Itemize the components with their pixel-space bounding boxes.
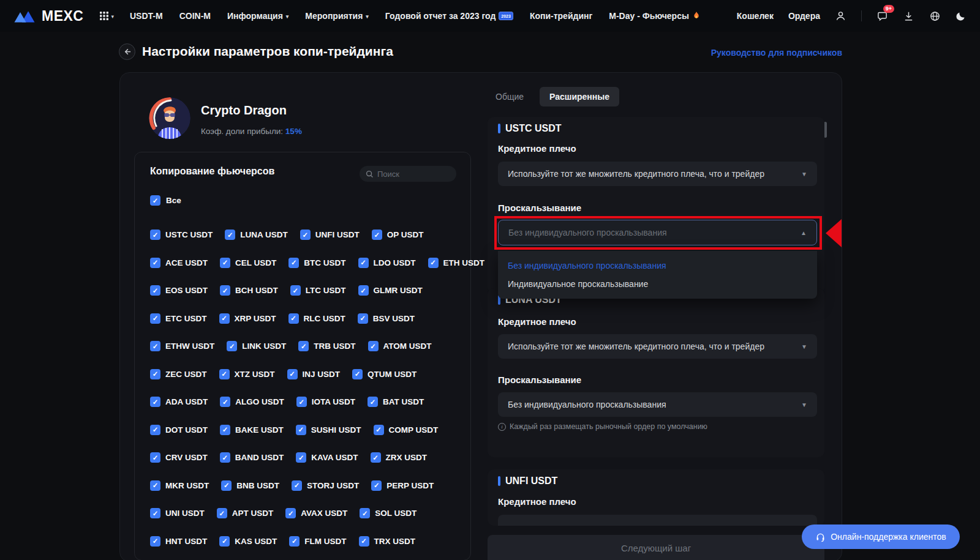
checkbox-checked-icon[interactable]: ✓ [220,452,230,463]
checkbox-checked-icon[interactable]: ✓ [296,425,306,435]
dropdown-option[interactable]: Без индивидуального проскальзывания [508,261,807,271]
checkbox-checked-icon[interactable]: ✓ [374,425,384,435]
pair-checkbox-item[interactable]: ✓AVAX USDT [285,508,347,518]
checkbox-checked-icon[interactable]: ✓ [150,425,160,435]
search-box[interactable] [360,166,456,182]
pair-checkbox-item[interactable]: ✓CRV USDT [150,452,208,463]
subscriber-guide-link[interactable]: Руководство для подписчиков [711,48,842,58]
checkbox-checked-icon[interactable]: ✓ [150,230,160,240]
pair-checkbox-item[interactable]: ✓STORJ USDT [292,480,359,491]
leverage-select[interactable]: Используйте тот же множитель кредитного … [498,334,817,359]
pair-checkbox-item[interactable]: ✓BAND USDT [220,452,284,463]
pair-checkbox-item[interactable]: ✓CEL USDT [220,258,276,268]
checkbox-checked-icon[interactable]: ✓ [150,508,160,518]
checkbox-checked-icon[interactable]: ✓ [150,480,160,491]
pair-checkbox-item[interactable]: ✓KAVA USDT [296,452,358,463]
pair-checkbox-item[interactable]: ✓LDO USDT [358,258,416,268]
checkbox-checked-icon[interactable]: ✓ [300,230,311,240]
pair-checkbox-item[interactable]: ✓TRB USDT [298,341,355,351]
checkbox-checked-icon[interactable]: ✓ [296,397,307,407]
messages-icon[interactable]: 9+ [876,10,888,22]
nav-item-mday-futures[interactable]: M-Day - Фьючерсы [609,11,701,21]
pair-checkbox-item[interactable]: ✓PERP USDT [371,480,434,491]
pair-checkbox-item[interactable]: ✓FLM USDT [289,536,346,547]
checkbox-checked-icon[interactable]: ✓ [358,258,369,268]
checkbox-checked-icon[interactable]: ✓ [288,313,299,324]
tab-advanced[interactable]: Расширенные [540,87,619,106]
nav-item-events[interactable]: Мероприятия▾ [305,11,369,21]
checkbox-checked-icon[interactable]: ✓ [150,397,160,407]
apps-grid-icon[interactable]: ▾ [99,11,114,21]
checkbox-checked-icon[interactable]: ✓ [287,369,298,379]
pair-checkbox-item[interactable]: ✓BNB USDT [221,480,279,491]
checkbox-checked-icon[interactable]: ✓ [290,285,301,296]
pair-checkbox-item[interactable]: ✓BTC USDT [288,258,345,268]
pair-checkbox-item[interactable]: ✓ACE USDT [150,258,208,268]
tab-general[interactable]: Общие [496,92,524,102]
pair-checkbox-item[interactable]: ✓BAKE USDT [220,425,284,435]
language-globe-icon[interactable] [929,10,941,22]
pair-checkbox-item[interactable]: ✓BCH USDT [220,285,278,296]
checkbox-checked-icon[interactable]: ✓ [358,285,369,296]
pair-checkbox-item[interactable]: ✓ALGO USDT [220,397,284,407]
pair-checkbox-item[interactable]: ✓ZRX USDT [371,452,428,463]
select-all-checkbox[interactable]: ✓ Все [150,195,181,206]
checkbox-checked-icon[interactable]: ✓ [227,341,237,351]
checkbox-checked-icon[interactable]: ✓ [358,313,368,324]
nav-item-information[interactable]: Информация▾ [227,11,288,21]
checkbox-checked-icon[interactable]: ✓ [220,425,230,435]
pair-checkbox-item[interactable]: ✓TRX USDT [359,536,416,547]
mexc-logo[interactable]: MEXC [12,7,83,24]
pair-checkbox-item[interactable]: ✓IOTA USDT [296,397,355,407]
checkbox-checked-icon[interactable]: ✓ [150,369,160,379]
slippage-select[interactable]: Без индивидуального проскальзывания ▼ [498,392,817,417]
checkbox-checked-icon[interactable]: ✓ [359,536,369,547]
dark-mode-moon-icon[interactable] [956,10,967,21]
checkbox-checked-icon[interactable]: ✓ [371,452,381,463]
checkbox-checked-icon[interactable]: ✓ [289,536,300,547]
pair-checkbox-item[interactable]: ✓RLC USDT [288,313,345,324]
checkbox-checked-icon[interactable]: ✓ [150,341,160,351]
nav-item-annual-report[interactable]: Годовой отчет за 2023 год2023 [385,11,513,21]
pair-checkbox-item[interactable]: ✓USTC USDT [150,230,213,240]
pair-checkbox-item[interactable]: ✓XTZ USDT [219,369,275,379]
pair-checkbox-item[interactable]: ✓COMP USDT [374,425,439,435]
search-input[interactable] [377,170,445,179]
checkbox-checked-icon[interactable]: ✓ [220,397,230,407]
back-button[interactable] [119,43,135,60]
checkbox-checked-icon[interactable]: ✓ [150,536,160,547]
checkbox-checked-icon[interactable]: ✓ [292,480,302,491]
download-app-icon[interactable] [903,10,914,22]
pair-checkbox-item[interactable]: ✓HNT USDT [150,536,207,547]
pair-checkbox-item[interactable]: ✓ETH USDT [428,258,485,268]
nav-item-usdtm[interactable]: USDT-M [130,11,163,21]
checkbox-checked-icon[interactable]: ✓ [220,285,230,296]
checkbox-checked-icon[interactable]: ✓ [368,341,379,351]
checkbox-checked-icon[interactable]: ✓ [225,230,235,240]
pair-checkbox-item[interactable]: ✓UNFI USDT [300,230,360,240]
checkbox-checked-icon[interactable]: ✓ [221,480,232,491]
nav-item-copy-trading[interactable]: Копи-трейдинг [530,11,592,21]
pair-checkbox-item[interactable]: ✓ATOM USDT [368,341,432,351]
leverage-select[interactable]: Используйте тот же множитель кредитного … [498,162,817,186]
pair-checkbox-item[interactable]: ✓EOS USDT [150,285,208,296]
checkbox-checked-icon[interactable]: ✓ [150,313,160,324]
pair-checkbox-item[interactable]: ✓BSV USDT [358,313,415,324]
checkbox-checked-icon[interactable]: ✓ [150,285,160,296]
pair-checkbox-item[interactable]: ✓GLMR USDT [358,285,423,296]
dropdown-option[interactable]: Индивидуальное проскальзывание [508,279,807,289]
checkbox-checked-icon[interactable]: ✓ [217,508,227,518]
pair-checkbox-item[interactable]: ✓DOT USDT [150,425,208,435]
pair-checkbox-item[interactable]: ✓APT USDT [217,508,274,518]
leverage-select[interactable] [498,515,817,526]
checkbox-checked-icon[interactable]: ✓ [219,369,230,379]
checkbox-checked-icon[interactable]: ✓ [150,452,160,463]
checkbox-checked-icon[interactable]: ✓ [360,508,370,518]
pair-checkbox-item[interactable]: ✓SOL USDT [360,508,417,518]
pair-checkbox-item[interactable]: ✓QTUM USDT [352,369,417,379]
checkbox-checked-icon[interactable]: ✓ [150,195,160,206]
checkbox-checked-icon[interactable]: ✓ [428,258,439,268]
checkbox-checked-icon[interactable]: ✓ [220,258,230,268]
profile-icon[interactable] [835,10,846,22]
nav-item-orders[interactable]: Ордера [788,11,820,21]
